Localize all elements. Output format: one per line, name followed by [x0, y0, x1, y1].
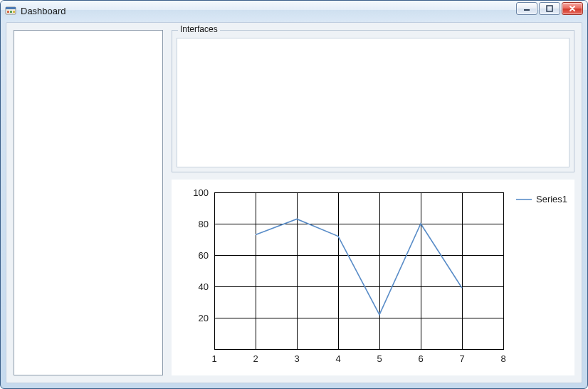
interfaces-groupbox-title: Interfaces [178, 24, 220, 34]
minimize-icon [523, 5, 530, 12]
client-area: Interfaces 1234567820406080100Series1 [6, 22, 582, 383]
svg-rect-5 [524, 9, 530, 11]
x-tick-label: 1 [211, 353, 216, 364]
maximize-button[interactable] [539, 2, 560, 15]
window-controls [516, 2, 583, 15]
window-frame: Dashboard Interfaces [0, 0, 588, 389]
x-tick-label: 2 [253, 353, 258, 364]
svg-rect-6 [547, 6, 552, 11]
y-tick-label: 80 [199, 219, 209, 229]
close-button[interactable] [562, 2, 583, 15]
line-chart: 1234567820406080100Series1 [172, 180, 574, 370]
svg-rect-3 [10, 11, 12, 13]
x-tick-label: 8 [500, 353, 505, 364]
series-line [256, 219, 462, 314]
left-panel[interactable] [14, 30, 163, 375]
x-tick-label: 7 [459, 353, 464, 364]
svg-rect-7 [214, 192, 503, 349]
title-bar[interactable]: Dashboard [1, 1, 587, 21]
y-tick-label: 40 [199, 281, 209, 292]
interfaces-groupbox: Interfaces [172, 30, 574, 172]
y-tick-label: 100 [193, 187, 209, 198]
x-tick-label: 6 [418, 353, 423, 364]
x-tick-label: 3 [294, 353, 299, 364]
x-tick-label: 4 [335, 353, 340, 364]
x-tick-label: 5 [377, 353, 382, 364]
app-icon [5, 5, 16, 16]
svg-rect-2 [7, 11, 9, 13]
close-icon [569, 5, 576, 12]
chart-panel: 1234567820406080100Series1 [172, 180, 574, 375]
maximize-icon [546, 5, 553, 12]
window-title: Dashboard [21, 6, 66, 16]
interfaces-content[interactable] [177, 38, 569, 167]
y-tick-label: 60 [199, 250, 209, 261]
minimize-button[interactable] [516, 2, 537, 15]
y-tick-label: 20 [199, 313, 209, 323]
legend-label: Series1 [536, 194, 567, 204]
svg-rect-4 [13, 11, 15, 13]
svg-rect-1 [6, 7, 16, 9]
